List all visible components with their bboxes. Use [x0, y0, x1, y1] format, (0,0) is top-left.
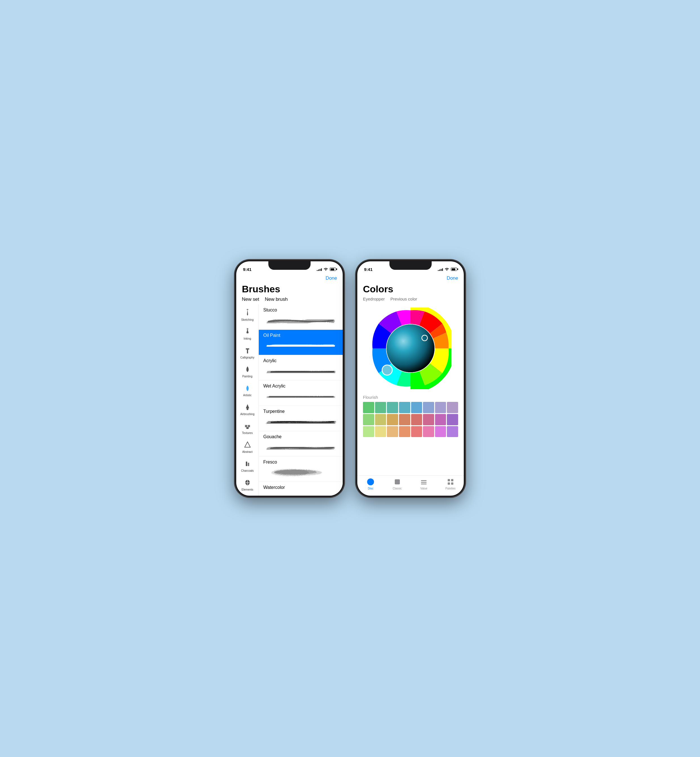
new-set-button[interactable]: New set — [242, 297, 259, 302]
palette-cell[interactable] — [423, 402, 434, 413]
sidebar-item-calligraphy[interactable]: Calligraphy — [236, 343, 258, 362]
palette-label: Flourish — [363, 395, 458, 400]
palette-cell[interactable] — [411, 414, 422, 425]
svg-point-1 — [247, 328, 248, 330]
brush-item-stucco[interactable]: Stucco — [259, 305, 343, 330]
brush-item-acrylic[interactable]: Acrylic — [259, 355, 343, 380]
sidebar-item-charcoals[interactable]: Charcoals — [236, 457, 258, 475]
colors-done-button[interactable]: Done — [447, 274, 458, 283]
new-brush-button[interactable]: New brush — [265, 297, 288, 302]
previous-color-button[interactable]: Previous color — [391, 297, 417, 301]
palette-cell[interactable] — [435, 426, 446, 437]
left-phone: 9:41 — [234, 260, 344, 497]
palette-cell[interactable] — [435, 414, 446, 425]
sidebar-label-sketching: Sketching — [241, 318, 254, 322]
right-phone: 9:41 — [356, 260, 466, 497]
done-button[interactable]: Done — [325, 274, 337, 283]
palette-cell[interactable] — [435, 402, 446, 413]
brushes-header: Done — [236, 274, 343, 283]
sidebar-item-painting[interactable]: Painting — [236, 362, 258, 381]
sketching-icon — [243, 308, 252, 318]
brush-item-gouache[interactable]: Gouache — [259, 431, 343, 457]
brush-item-fresco[interactable]: Fresco — [259, 457, 343, 482]
color-tabs: Disc Classic — [357, 475, 464, 496]
hue-selector-handle[interactable] — [382, 365, 392, 375]
right-wifi-icon — [445, 267, 449, 272]
palette-cell[interactable] — [399, 426, 410, 437]
sidebar-item-abstract[interactable]: Abstract — [236, 438, 258, 457]
palette-cell[interactable] — [411, 402, 422, 413]
artistic-icon — [243, 384, 252, 393]
palette-cell[interactable] — [375, 414, 386, 425]
palette-cell[interactable] — [387, 402, 398, 413]
tab-palettes[interactable]: Palettes — [437, 478, 464, 490]
brush-name-acrylic: Acrylic — [263, 358, 338, 363]
svg-rect-33 — [421, 483, 427, 484]
color-wheel-svg[interactable] — [370, 308, 452, 389]
tab-disc[interactable]: Disc — [357, 478, 384, 490]
palette-cell[interactable] — [447, 414, 458, 425]
sidebar-label-airbrushing: Airbrushing — [240, 413, 255, 416]
classic-tab-label: Classic — [393, 487, 402, 490]
brushes-body: Sketching Inking Calligr — [236, 305, 343, 496]
palette-cell[interactable] — [387, 426, 398, 437]
right-battery-icon — [451, 267, 457, 271]
sidebar-label-charcoals: Charcoals — [241, 469, 254, 472]
palette-cell[interactable] — [363, 414, 374, 425]
painting-icon — [243, 365, 252, 374]
svg-rect-34 — [448, 479, 450, 481]
tab-value[interactable]: Value — [411, 478, 437, 490]
brush-name-stucco: Stucco — [263, 308, 338, 313]
palette-cell[interactable] — [423, 414, 434, 425]
palette-cell[interactable] — [375, 426, 386, 437]
color-wheel-container[interactable] — [357, 305, 464, 395]
colors-header: Done — [357, 274, 464, 283]
sidebar-item-spraypaints[interactable]: Spraypaints — [236, 494, 258, 496]
brush-item-wet-acrylic[interactable]: Wet Acrylic — [259, 380, 343, 406]
palette-cell[interactable] — [411, 426, 422, 437]
svg-rect-8 — [246, 461, 247, 466]
brush-name-turpentine: Turpentine — [263, 409, 338, 414]
svg-point-29 — [369, 481, 372, 483]
palette-cell[interactable] — [423, 426, 434, 437]
classic-icon — [393, 478, 401, 486]
brush-item-watercolor[interactable]: Watercolor — [259, 482, 343, 496]
sidebar-item-inking[interactable]: Inking — [236, 324, 258, 343]
svg-rect-36 — [448, 482, 450, 485]
svg-point-0 — [247, 309, 248, 310]
svg-point-18 — [274, 469, 317, 474]
svg-rect-31 — [421, 480, 427, 481]
disc-icon — [367, 478, 375, 486]
brush-item-turpentine[interactable]: Turpentine — [259, 406, 343, 431]
textures-icon — [243, 422, 252, 431]
palette-cell[interactable] — [387, 414, 398, 425]
sidebar-item-airbrushing[interactable]: Airbrushing — [236, 400, 258, 419]
value-tab-label: Value — [420, 487, 427, 490]
palette-cell[interactable] — [363, 426, 374, 437]
app-container: 9:41 — [234, 260, 466, 497]
brush-name-fresco: Fresco — [263, 460, 338, 465]
svg-rect-9 — [248, 463, 249, 466]
notch-right — [389, 261, 432, 270]
palette-cell[interactable] — [447, 426, 458, 437]
palette-cell[interactable] — [363, 402, 374, 413]
sidebar-item-elements[interactable]: Elements — [236, 475, 258, 494]
svg-rect-4 — [245, 425, 247, 427]
svg-point-27 — [387, 324, 434, 372]
sidebar-item-sketching[interactable]: Sketching — [236, 305, 258, 324]
brush-item-oil-paint[interactable]: Oil Paint — [259, 330, 343, 355]
tab-classic[interactable]: Classic — [384, 478, 411, 490]
palette-cell[interactable] — [399, 414, 410, 425]
palettes-tab-label: Palettes — [445, 487, 456, 490]
palette-cell[interactable] — [375, 402, 386, 413]
sidebar-label-abstract: Abstract — [242, 450, 253, 454]
disc-tab-label: Disc — [368, 487, 373, 490]
palette-grid — [363, 402, 458, 437]
sidebar-item-artistic[interactable]: Artistic — [236, 381, 258, 400]
sidebar-item-textures[interactable]: Textures — [236, 419, 258, 438]
svg-rect-35 — [451, 479, 453, 481]
palette-cell[interactable] — [447, 402, 458, 413]
palette-cell[interactable] — [399, 402, 410, 413]
eyedropper-button[interactable]: Eyedropper — [363, 297, 385, 301]
svg-rect-32 — [421, 482, 427, 483]
